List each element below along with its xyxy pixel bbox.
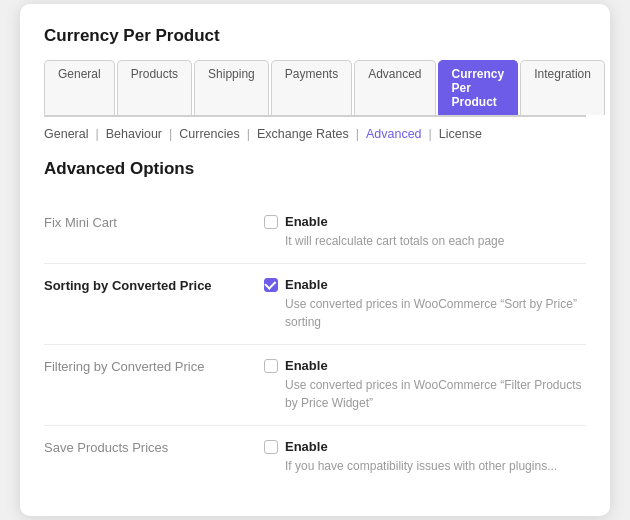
option-label: Save Products Prices xyxy=(44,439,264,455)
sub-nav-item-exchange-rates[interactable]: Exchange Rates xyxy=(257,127,349,141)
options-table: Fix Mini CartEnableIt will recalculate c… xyxy=(44,201,586,488)
option-label: Sorting by Converted Price xyxy=(44,277,264,293)
sub-nav-separator: | xyxy=(247,127,250,141)
sub-nav-item-advanced[interactable]: Advanced xyxy=(366,127,422,141)
main-tab-payments[interactable]: Payments xyxy=(271,60,352,115)
sub-nav-item-license[interactable]: License xyxy=(439,127,482,141)
settings-card: Currency Per Product GeneralProductsShip… xyxy=(20,4,610,516)
main-tab-currency-per-product[interactable]: Currency Per Product xyxy=(438,60,519,115)
enable-row: Enable xyxy=(264,277,586,292)
sub-nav-item-behaviour[interactable]: Behaviour xyxy=(106,127,162,141)
enable-row: Enable xyxy=(264,439,586,454)
option-label: Filtering by Converted Price xyxy=(44,358,264,374)
section-title: Advanced Options xyxy=(44,159,586,179)
option-row: Filtering by Converted PriceEnableUse co… xyxy=(44,344,586,425)
option-description: Use converted prices in WooCommerce “Sor… xyxy=(285,295,586,331)
enable-label: Enable xyxy=(285,358,328,373)
sub-nav-separator: | xyxy=(169,127,172,141)
main-tab-products[interactable]: Products xyxy=(117,60,192,115)
option-row: Fix Mini CartEnableIt will recalculate c… xyxy=(44,201,586,263)
sub-nav-separator: | xyxy=(429,127,432,141)
enable-label: Enable xyxy=(285,439,328,454)
main-tab-general[interactable]: General xyxy=(44,60,115,115)
option-description: If you have compatibility issues with ot… xyxy=(285,457,586,475)
option-description: Use converted prices in WooCommerce “Fil… xyxy=(285,376,586,412)
option-content: EnableUse converted prices in WooCommerc… xyxy=(264,277,586,331)
enable-label: Enable xyxy=(285,214,328,229)
main-tabs: GeneralProductsShippingPaymentsAdvancedC… xyxy=(44,60,586,115)
enable-row: Enable xyxy=(264,214,586,229)
enable-checkbox[interactable] xyxy=(264,278,278,292)
enable-label: Enable xyxy=(285,277,328,292)
sub-nav-item-currencies[interactable]: Currencies xyxy=(179,127,239,141)
option-content: EnableIt will recalculate cart totals on… xyxy=(264,214,586,250)
enable-row: Enable xyxy=(264,358,586,373)
enable-checkbox[interactable] xyxy=(264,359,278,373)
enable-checkbox[interactable] xyxy=(264,440,278,454)
main-tab-advanced[interactable]: Advanced xyxy=(354,60,435,115)
sub-nav-item-general[interactable]: General xyxy=(44,127,88,141)
page-title: Currency Per Product xyxy=(44,26,586,46)
sub-nav-separator: | xyxy=(356,127,359,141)
option-row: Save Products PricesEnableIf you have co… xyxy=(44,425,586,488)
sub-nav: General|Behaviour|Currencies|Exchange Ra… xyxy=(44,127,586,141)
option-content: EnableIf you have compatibility issues w… xyxy=(264,439,586,475)
option-content: EnableUse converted prices in WooCommerc… xyxy=(264,358,586,412)
option-row: Sorting by Converted PriceEnableUse conv… xyxy=(44,263,586,344)
main-tab-integration[interactable]: Integration xyxy=(520,60,605,115)
option-label: Fix Mini Cart xyxy=(44,214,264,230)
main-tab-shipping[interactable]: Shipping xyxy=(194,60,269,115)
tabs-border xyxy=(44,115,586,117)
enable-checkbox[interactable] xyxy=(264,215,278,229)
sub-nav-separator: | xyxy=(95,127,98,141)
option-description: It will recalculate cart totals on each … xyxy=(285,232,586,250)
